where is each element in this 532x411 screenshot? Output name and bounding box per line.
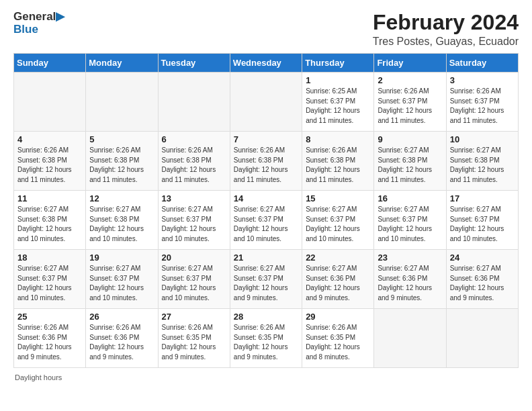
calendar-cell: 7Sunrise: 6:26 AM Sunset: 6:38 PM Daylig…: [230, 132, 302, 191]
calendar-week-4: 25Sunrise: 6:26 AM Sunset: 6:36 PM Dayli…: [14, 309, 519, 368]
calendar-cell: 12Sunrise: 6:27 AM Sunset: 6:38 PM Dayli…: [86, 191, 158, 250]
calendar-cell: 16Sunrise: 6:27 AM Sunset: 6:37 PM Dayli…: [374, 191, 446, 250]
logo-text: General▶ Blue: [13, 11, 64, 36]
calendar-cell: 27Sunrise: 6:26 AM Sunset: 6:35 PM Dayli…: [158, 309, 230, 368]
calendar-cell: 1Sunrise: 6:25 AM Sunset: 6:37 PM Daylig…: [302, 73, 374, 132]
calendar-cell: [374, 309, 446, 368]
calendar-cell: 13Sunrise: 6:27 AM Sunset: 6:37 PM Dayli…: [158, 191, 230, 250]
daylight-hours-label: Daylight hours: [15, 373, 62, 381]
day-info: Sunrise: 6:27 AM Sunset: 6:37 PM Dayligh…: [162, 264, 226, 303]
day-number: 24: [450, 253, 515, 263]
calendar-cell: 6Sunrise: 6:26 AM Sunset: 6:38 PM Daylig…: [158, 132, 230, 191]
calendar-table: Sunday Monday Tuesday Wednesday Thursday…: [13, 53, 519, 368]
col-monday: Monday: [86, 54, 158, 73]
calendar-cell: 17Sunrise: 6:27 AM Sunset: 6:37 PM Dayli…: [446, 191, 518, 250]
calendar-week-0: 1Sunrise: 6:25 AM Sunset: 6:37 PM Daylig…: [14, 73, 519, 132]
day-info: Sunrise: 6:25 AM Sunset: 6:37 PM Dayligh…: [306, 87, 370, 126]
day-info: Sunrise: 6:27 AM Sunset: 6:36 PM Dayligh…: [450, 264, 515, 303]
calendar-cell: [446, 309, 518, 368]
calendar-cell: 4Sunrise: 6:26 AM Sunset: 6:38 PM Daylig…: [14, 132, 86, 191]
calendar-cell: 10Sunrise: 6:27 AM Sunset: 6:38 PM Dayli…: [446, 132, 518, 191]
calendar-cell: 21Sunrise: 6:27 AM Sunset: 6:37 PM Dayli…: [230, 250, 302, 309]
calendar-cell: 28Sunrise: 6:26 AM Sunset: 6:35 PM Dayli…: [230, 309, 302, 368]
day-info: Sunrise: 6:27 AM Sunset: 6:37 PM Dayligh…: [162, 205, 226, 244]
day-info: Sunrise: 6:26 AM Sunset: 6:38 PM Dayligh…: [234, 146, 298, 185]
day-info: Sunrise: 6:27 AM Sunset: 6:38 PM Dayligh…: [378, 146, 442, 185]
day-info: Sunrise: 6:26 AM Sunset: 6:36 PM Dayligh…: [17, 323, 82, 362]
day-number: 10: [450, 134, 515, 144]
day-number: 1: [306, 75, 370, 85]
col-wednesday: Wednesday: [230, 54, 302, 73]
day-info: Sunrise: 6:27 AM Sunset: 6:37 PM Dayligh…: [89, 264, 154, 303]
day-info: Sunrise: 6:27 AM Sunset: 6:38 PM Dayligh…: [450, 146, 515, 185]
day-number: 8: [306, 134, 370, 144]
day-number: 21: [234, 253, 298, 263]
col-friday: Friday: [374, 54, 446, 73]
page: General▶ Blue February 2024 Tres Postes,…: [0, 0, 532, 395]
calendar-cell: [230, 73, 302, 132]
day-number: 9: [378, 134, 442, 144]
header-row: Sunday Monday Tuesday Wednesday Thursday…: [14, 54, 519, 73]
day-number: 26: [89, 312, 154, 322]
calendar-cell: 19Sunrise: 6:27 AM Sunset: 6:37 PM Dayli…: [86, 250, 158, 309]
calendar-week-2: 11Sunrise: 6:27 AM Sunset: 6:38 PM Dayli…: [14, 191, 519, 250]
calendar-cell: 18Sunrise: 6:27 AM Sunset: 6:37 PM Dayli…: [14, 250, 86, 309]
calendar-cell: 29Sunrise: 6:26 AM Sunset: 6:35 PM Dayli…: [302, 309, 374, 368]
calendar-cell: [158, 73, 230, 132]
day-info: Sunrise: 6:26 AM Sunset: 6:37 PM Dayligh…: [450, 87, 515, 126]
calendar-week-1: 4Sunrise: 6:26 AM Sunset: 6:38 PM Daylig…: [14, 132, 519, 191]
day-info: Sunrise: 6:26 AM Sunset: 6:38 PM Dayligh…: [306, 146, 370, 185]
day-info: Sunrise: 6:26 AM Sunset: 6:35 PM Dayligh…: [162, 323, 226, 362]
day-number: 23: [378, 253, 442, 263]
col-saturday: Saturday: [446, 54, 518, 73]
calendar-cell: 20Sunrise: 6:27 AM Sunset: 6:37 PM Dayli…: [158, 250, 230, 309]
day-info: Sunrise: 6:27 AM Sunset: 6:37 PM Dayligh…: [234, 264, 298, 303]
day-number: 27: [162, 312, 226, 322]
day-number: 6: [162, 134, 226, 144]
day-number: 20: [162, 253, 226, 263]
footer: Daylight hours: [13, 373, 519, 381]
calendar-cell: 11Sunrise: 6:27 AM Sunset: 6:38 PM Dayli…: [14, 191, 86, 250]
day-info: Sunrise: 6:26 AM Sunset: 6:38 PM Dayligh…: [162, 146, 226, 185]
day-number: 11: [17, 193, 82, 203]
calendar-cell: 22Sunrise: 6:27 AM Sunset: 6:36 PM Dayli…: [302, 250, 374, 309]
day-info: Sunrise: 6:26 AM Sunset: 6:38 PM Dayligh…: [17, 146, 82, 185]
day-info: Sunrise: 6:27 AM Sunset: 6:38 PM Dayligh…: [89, 205, 154, 244]
day-info: Sunrise: 6:27 AM Sunset: 6:37 PM Dayligh…: [378, 205, 442, 244]
day-info: Sunrise: 6:26 AM Sunset: 6:35 PM Dayligh…: [234, 323, 298, 362]
location-title: Tres Postes, Guayas, Ecuador: [373, 36, 519, 48]
day-info: Sunrise: 6:27 AM Sunset: 6:36 PM Dayligh…: [378, 264, 442, 303]
day-number: 13: [162, 193, 226, 203]
col-thursday: Thursday: [302, 54, 374, 73]
col-sunday: Sunday: [14, 54, 86, 73]
month-title: February 2024: [373, 11, 519, 34]
header-area: General▶ Blue February 2024 Tres Postes,…: [13, 11, 519, 48]
calendar-cell: 23Sunrise: 6:27 AM Sunset: 6:36 PM Dayli…: [374, 250, 446, 309]
calendar-cell: 9Sunrise: 6:27 AM Sunset: 6:38 PM Daylig…: [374, 132, 446, 191]
day-info: Sunrise: 6:27 AM Sunset: 6:38 PM Dayligh…: [17, 205, 82, 244]
calendar-week-3: 18Sunrise: 6:27 AM Sunset: 6:37 PM Dayli…: [14, 250, 519, 309]
day-info: Sunrise: 6:27 AM Sunset: 6:37 PM Dayligh…: [450, 205, 515, 244]
day-number: 17: [450, 193, 515, 203]
day-info: Sunrise: 6:27 AM Sunset: 6:37 PM Dayligh…: [306, 205, 370, 244]
day-info: Sunrise: 6:26 AM Sunset: 6:35 PM Dayligh…: [306, 323, 370, 362]
day-number: 25: [17, 312, 82, 322]
day-number: 19: [89, 253, 154, 263]
calendar-body: 1Sunrise: 6:25 AM Sunset: 6:37 PM Daylig…: [14, 73, 519, 368]
col-tuesday: Tuesday: [158, 54, 230, 73]
calendar-cell: 8Sunrise: 6:26 AM Sunset: 6:38 PM Daylig…: [302, 132, 374, 191]
day-number: 4: [17, 134, 82, 144]
calendar-cell: [14, 73, 86, 132]
day-info: Sunrise: 6:27 AM Sunset: 6:37 PM Dayligh…: [234, 205, 298, 244]
day-number: 3: [450, 75, 515, 85]
calendar-cell: 15Sunrise: 6:27 AM Sunset: 6:37 PM Dayli…: [302, 191, 374, 250]
day-number: 15: [306, 193, 370, 203]
day-number: 16: [378, 193, 442, 203]
calendar-cell: 3Sunrise: 6:26 AM Sunset: 6:37 PM Daylig…: [446, 73, 518, 132]
day-number: 7: [234, 134, 298, 144]
day-number: 12: [89, 193, 154, 203]
day-number: 29: [306, 312, 370, 322]
title-area: February 2024 Tres Postes, Guayas, Ecuad…: [373, 11, 519, 48]
calendar-cell: 2Sunrise: 6:26 AM Sunset: 6:37 PM Daylig…: [374, 73, 446, 132]
day-number: 2: [378, 75, 442, 85]
